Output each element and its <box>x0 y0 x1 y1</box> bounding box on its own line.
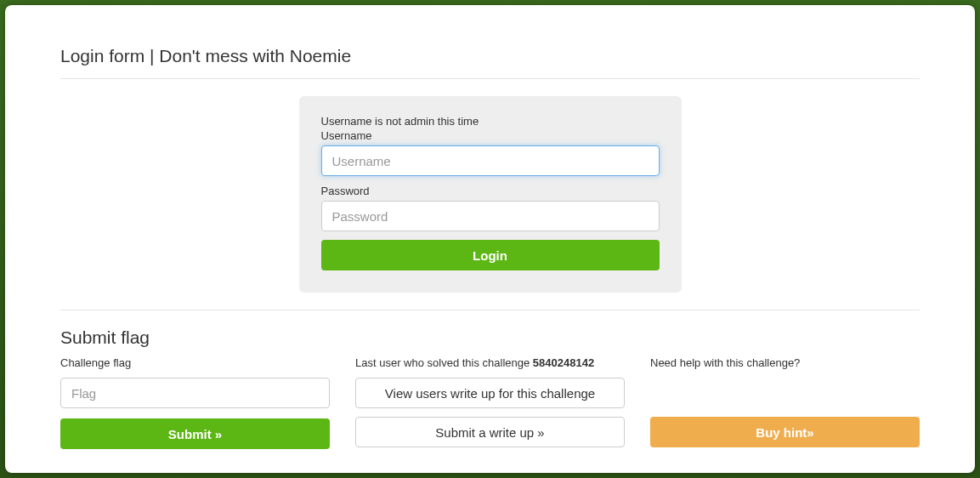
login-form-panel: Username is not admin this time Username… <box>299 96 682 293</box>
submit-flag-button[interactable]: Submit » <box>60 418 330 449</box>
challenge-flag-label: Challenge flag <box>60 356 330 369</box>
password-input[interactable] <box>321 201 660 231</box>
username-label: Username <box>321 129 660 142</box>
submit-writeup-button[interactable]: Submit a write up » <box>355 417 625 447</box>
hint-column: Need help with this challenge? Buy hint» <box>650 356 920 456</box>
username-input[interactable] <box>321 145 660 176</box>
buy-hint-button[interactable]: Buy hint» <box>650 417 920 447</box>
flag-input[interactable] <box>60 378 330 408</box>
need-help-label: Need help with this challenge? <box>650 356 920 369</box>
writeup-column: Last user who solved this challenge 5840… <box>355 356 625 456</box>
challenge-flag-column: Challenge flag Submit » <box>60 356 330 456</box>
submit-flag-title: Submit flag <box>60 327 920 348</box>
last-solver-label: Last user who solved this challenge 5840… <box>355 356 625 369</box>
last-solver-prefix: Last user who solved this challenge <box>355 356 533 369</box>
login-button[interactable]: Login <box>321 240 660 270</box>
divider <box>60 310 920 310</box>
last-solver-id: 5840248142 <box>533 356 594 369</box>
page-title: Login form | Don't mess with Noemie <box>60 46 920 66</box>
divider <box>60 78 920 79</box>
password-label: Password <box>321 185 660 197</box>
view-writeups-button[interactable]: View users write up for this challenge <box>355 378 625 408</box>
login-hint: Username is not admin this time <box>321 115 660 128</box>
